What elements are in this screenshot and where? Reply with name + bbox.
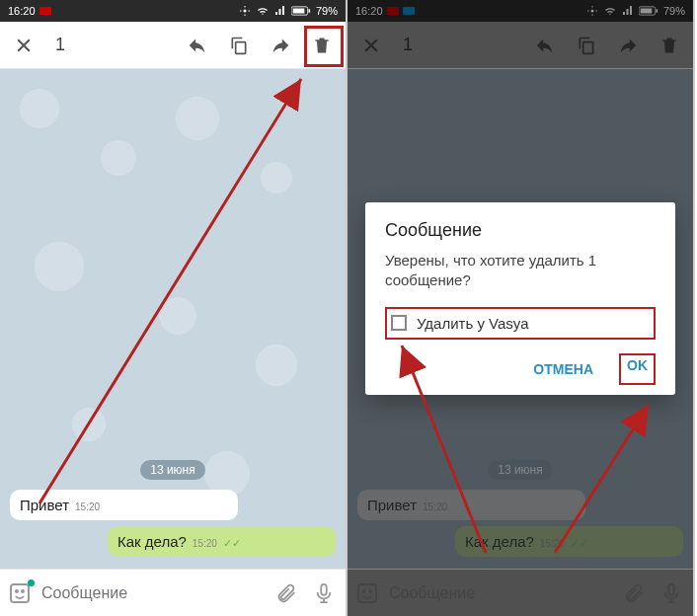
svg-rect-4 — [236, 41, 246, 53]
delete-icon[interactable] — [308, 32, 336, 59]
sticker-icon[interactable] — [8, 581, 32, 605]
svg-line-5 — [39, 79, 301, 503]
phone-left: 16:20 79% 1 13 июня — [0, 0, 348, 616]
forward-icon[interactable] — [267, 32, 294, 59]
battery-icon — [291, 6, 311, 16]
input-bar — [0, 569, 346, 616]
date-chip: 13 июня — [140, 460, 205, 480]
ok-button[interactable]: OK — [619, 353, 656, 385]
selection-toolbar: 1 — [0, 22, 346, 69]
status-time: 16:20 — [8, 5, 36, 17]
reply-icon[interactable] — [184, 32, 211, 59]
status-bar: 16:20 79% — [0, 0, 346, 22]
close-icon[interactable] — [10, 32, 38, 59]
checkbox-icon — [391, 315, 407, 331]
message-input[interactable] — [41, 584, 263, 602]
svg-rect-6 — [11, 584, 29, 602]
checkbox-label: Удалить у Vasya — [417, 315, 529, 332]
message-time: 15:20 — [193, 538, 217, 549]
battery-percent: 79% — [316, 5, 338, 17]
chat-area[interactable]: 13 июня Привет 15:20 Как дела? 15:20 ✓✓ — [0, 69, 346, 569]
delete-dialog: Сообщение Уверены, что хотите удалить 1 … — [365, 202, 675, 395]
message-text: Как дела? — [117, 533, 187, 550]
message-time: 15:20 — [75, 501, 100, 512]
dialog-title: Сообщение — [385, 220, 656, 241]
wifi-icon — [256, 5, 270, 17]
selection-count: 1 — [55, 35, 65, 55]
message-out[interactable]: Как дела? 15:20 ✓✓ — [108, 526, 336, 557]
signal-icon — [274, 5, 286, 17]
phone-right: 16:20 79% 1 13 июня Привет 15:20 — [348, 0, 695, 616]
status-icons: 79% — [239, 5, 338, 17]
svg-rect-3 — [308, 9, 310, 12]
delete-for-user-checkbox[interactable]: Удалить у Vasya — [385, 307, 656, 340]
youtube-badge-icon — [39, 7, 51, 15]
mic-icon[interactable] — [310, 579, 338, 607]
svg-point-0 — [243, 10, 246, 13]
message-text: Привет — [20, 497, 69, 513]
dialog-text: Уверены, что хотите удалить 1 сообщение? — [385, 251, 656, 291]
cancel-button[interactable]: ОТМЕНА — [525, 353, 601, 385]
copy-icon[interactable] — [225, 32, 253, 59]
read-checks-icon: ✓✓ — [223, 537, 241, 550]
svg-point-7 — [16, 590, 18, 592]
location-icon — [239, 5, 251, 17]
message-in[interactable]: Привет 15:20 — [10, 490, 238, 520]
attach-icon[interactable] — [272, 579, 300, 607]
svg-rect-2 — [293, 9, 305, 14]
svg-point-8 — [22, 590, 24, 592]
